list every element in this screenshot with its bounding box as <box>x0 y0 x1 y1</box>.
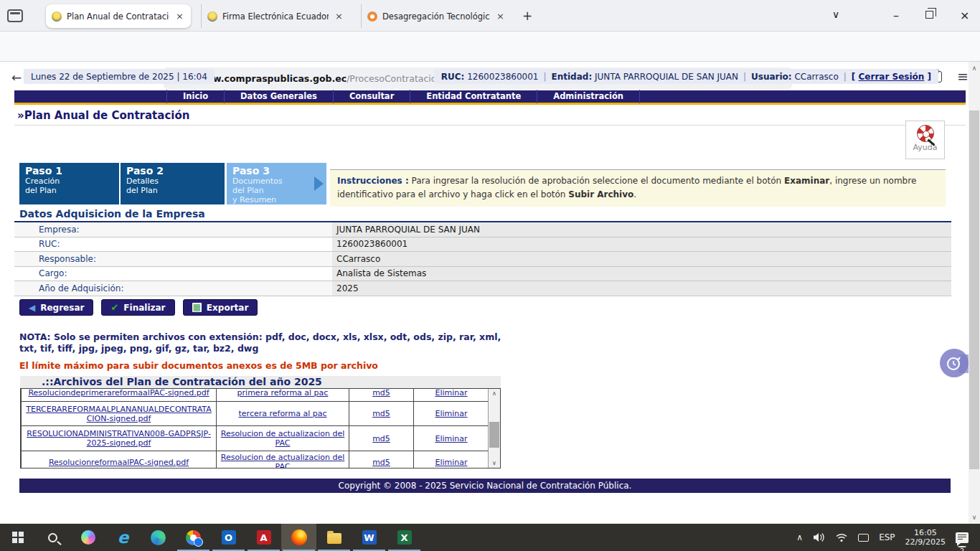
file-desc-link[interactable]: tercera reforma al pac <box>239 409 327 418</box>
instructions-label: Instrucciones : <box>337 176 409 186</box>
table-row: Empresa: JUNTA PARROQUIAL DE SAN JUAN <box>14 222 951 237</box>
taskbar-search-button[interactable] <box>35 524 70 551</box>
taskbar-chrome-button[interactable] <box>176 524 211 551</box>
taskbar-explorer-button[interactable] <box>316 524 352 551</box>
windows-taskbar: e O A W X ∧ ESP 16:05 22/9/2025 2 <box>0 524 980 551</box>
regresar-button[interactable]: ◀ Regresar <box>19 299 93 316</box>
help-button[interactable]: Ayuda <box>905 121 945 159</box>
taskbar-copilot-button[interactable] <box>70 524 105 551</box>
taskbar-word-button[interactable]: W <box>352 524 387 551</box>
nav-item-inicio[interactable]: Inicio <box>166 90 224 103</box>
ecuador-crest-favicon <box>52 11 62 22</box>
scrollbar-thumb[interactable] <box>969 110 979 469</box>
md5-link[interactable]: md5 <box>372 388 390 397</box>
restore-window-button[interactable] <box>925 11 933 19</box>
md5-link[interactable]: md5 <box>372 434 390 443</box>
outlook-icon: O <box>222 530 236 545</box>
main-nav: Inicio Datos Generales Consultar Entidad… <box>14 90 966 105</box>
nav-item-consultar[interactable]: Consultar <box>333 90 410 103</box>
taskbar-ie-button[interactable]: e <box>105 524 141 551</box>
volume-icon[interactable] <box>808 532 830 542</box>
tab-plan-anual[interactable]: Plan Anual de Contratación × <box>46 4 191 28</box>
files-table-scrollbar[interactable]: ∧ ∨ <box>488 389 500 468</box>
page-title: »Plan Anual de Contratación <box>17 109 189 122</box>
windows-logo-icon <box>12 532 24 543</box>
nota-text: NOTA: Solo se permiten archivos con exte… <box>19 331 514 355</box>
browser-tab-strip: Plan Anual de Contratación × Firma Elect… <box>0 0 980 32</box>
delete-link[interactable]: Eliminar <box>435 458 467 467</box>
language-indicator[interactable]: ESP <box>874 532 900 542</box>
taskbar-outlook-button[interactable]: O <box>211 524 246 551</box>
tab-close-icon[interactable]: × <box>174 11 185 22</box>
close-window-button[interactable]: × <box>960 9 969 22</box>
file-link[interactable]: ResoluciondeprimerareformaalPAC-signed.p… <box>28 388 209 397</box>
scroll-down-icon[interactable]: ∨ <box>489 460 500 466</box>
file-desc-link[interactable]: Resolucion de actualizacion del PAC <box>221 429 345 448</box>
tray-expand-chevron-icon[interactable]: ∧ <box>791 532 808 542</box>
files-table-viewport: ResoluciondeprimerareformaalPAC-signed.p… <box>20 388 501 468</box>
wifi-icon[interactable] <box>830 532 853 542</box>
ecuador-crest-favicon <box>207 11 217 22</box>
tab-desagregacion[interactable]: Desagregación Tecnológica: Cál × <box>361 4 512 28</box>
nav-item-entidad-contratante[interactable]: Entidad Contratante <box>410 90 537 103</box>
delete-link[interactable]: Eliminar <box>435 434 467 443</box>
file-row: ResoluciondeprimerareformaalPAC-signed.p… <box>22 388 489 402</box>
nav-item-administracion[interactable]: Administración <box>537 90 640 103</box>
tab-firma-electronica[interactable]: Firma Electrónica Ecuador - Firm × <box>201 4 350 28</box>
taskbar-acrobat-button[interactable]: A <box>246 524 281 551</box>
tray-date: 22/9/2025 <box>905 537 946 547</box>
ruc-value: 1260023860001 <box>467 72 538 82</box>
file-desc-link[interactable]: primera reforma al pac <box>237 388 329 397</box>
instructions-box: Instrucciones : Para ingresar la resoluc… <box>330 169 946 207</box>
exportar-button[interactable]: ▦ Exportar <box>183 299 258 316</box>
file-link[interactable]: RESOLUCIONADMINISTRATIVAN008-GADPRSJP-20… <box>27 429 211 448</box>
help-label: Ayuda <box>906 143 944 152</box>
md5-link[interactable]: md5 <box>372 409 390 418</box>
md5-link[interactable]: md5 <box>372 458 390 467</box>
row-value: JUNTA PARROQUIAL DE SAN JUAN <box>332 222 951 237</box>
row-value: Analista de Sistemas <box>332 267 951 281</box>
entity-value: JUNTA PARROQUIAL DE SAN JUAN <box>595 72 738 82</box>
firefox-view-icon[interactable] <box>7 9 23 22</box>
file-link[interactable]: TERCERAREFORMAALPLANANUALDECONTRATACION-… <box>26 405 212 423</box>
life-ring-icon <box>917 125 934 142</box>
action-center-button[interactable]: 2 <box>951 532 980 543</box>
delete-link[interactable]: Eliminar <box>435 388 467 397</box>
tab-title: Firma Electrónica Ecuador - Firm <box>222 11 329 22</box>
list-tabs-chevron-icon[interactable]: ∨ <box>832 9 839 20</box>
tab-close-icon[interactable]: × <box>495 11 506 22</box>
file-row: TERCERAREFORMAALPLANANUALDECONTRATACION-… <box>22 402 489 426</box>
taskbar-excel-button[interactable]: X <box>387 524 422 551</box>
step-arrow-icon <box>314 176 324 191</box>
action-buttons: ◀ Regresar ✔ Finalizar ▦ Exportar <box>19 299 258 316</box>
scroll-up-icon[interactable]: ∧ <box>489 390 500 397</box>
finalizar-button[interactable]: ✔ Finalizar <box>101 299 174 316</box>
row-label: Responsable: <box>14 254 332 264</box>
user-value: CCarrasco <box>794 72 838 82</box>
scroll-up-icon[interactable]: ∧ <box>969 65 980 72</box>
company-section-title: Datos Adquisicion de la Empresa <box>19 208 205 220</box>
taskbar-firefox-button[interactable] <box>281 524 316 551</box>
scroll-down-icon[interactable]: ∨ <box>969 514 980 521</box>
connect-display-icon[interactable] <box>853 534 874 542</box>
row-value: 2025 <box>332 281 951 296</box>
file-desc-link[interactable]: Resolucion de actualizacion del PAC <box>221 453 345 468</box>
logout-link[interactable]: [ Cerrar Sesión ] <box>852 72 931 82</box>
menu-hamburger-icon[interactable]: ≡ <box>957 68 969 84</box>
scrollbar-thumb[interactable] <box>489 422 499 448</box>
floating-timer-button[interactable] <box>940 349 969 377</box>
taskbar-clock[interactable]: 16:05 22/9/2025 <box>900 528 951 547</box>
minimize-button[interactable]: – <box>893 9 899 22</box>
nav-item-datos-generales[interactable]: Datos Generales <box>224 90 333 103</box>
file-explorer-icon <box>327 533 341 544</box>
start-button[interactable] <box>0 524 35 551</box>
delete-link[interactable]: Eliminar <box>435 409 467 418</box>
back-icon[interactable]: ← <box>11 70 22 85</box>
row-label: Empresa: <box>14 225 332 235</box>
new-tab-button[interactable]: + <box>522 9 532 23</box>
file-link[interactable]: ResolucionreformaalPAC-signed.pdf <box>49 458 189 467</box>
url-domain: www.compraspublicas.gob.ec <box>197 73 347 84</box>
browser-scrollbar[interactable]: ∧ ∨ <box>969 62 980 524</box>
tab-close-icon[interactable]: × <box>334 11 344 22</box>
taskbar-edge-button[interactable] <box>141 524 176 551</box>
